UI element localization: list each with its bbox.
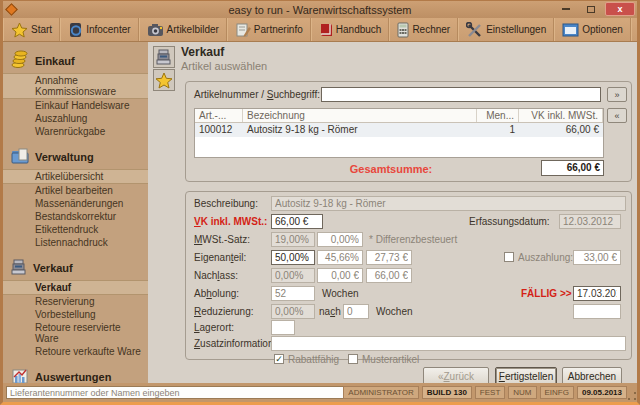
search-input[interactable]: [321, 87, 601, 102]
page-title: Verkauf: [181, 45, 224, 59]
toolbar-rechner-label: Rechner: [412, 24, 450, 35]
toolbar-rechner[interactable]: Rechner: [389, 18, 458, 41]
eigenanteil-field-2: [317, 250, 363, 265]
status-bar: Lieferantennummer oder Namen eingeben AD…: [3, 383, 637, 402]
sidebar-item-einkauf-handelsware[interactable]: Einkauf Handelsware: [3, 99, 148, 112]
nachlass-field-3: [366, 268, 412, 283]
toolbar-infocenter[interactable]: Infocenter: [60, 18, 138, 41]
total-label: Gesamtsumme:: [336, 163, 446, 175]
app-window: easy to run - Warenwirtschaftssystem x S…: [0, 0, 640, 405]
sidebar-item-retoure-reservierte-ware[interactable]: Retoure reservierte Ware: [3, 321, 148, 345]
col-vk[interactable]: VK inkl. MWSt.: [519, 109, 603, 122]
zusatzinfo-label: Zusatzinformation:: [194, 338, 276, 349]
status-num: NUM: [508, 386, 536, 399]
nachlass-field-1: [271, 268, 315, 283]
eigenanteil-input[interactable]: [271, 250, 315, 265]
sidebar-item-vorbestellung[interactable]: Vorbestellung: [3, 308, 148, 321]
toolbar-infocenter-label: Infocenter: [86, 24, 130, 35]
camera-icon: [147, 22, 164, 37]
maximize-button[interactable]: [580, 2, 602, 16]
chart-icon: [10, 367, 30, 383]
rabattfaehig-label: Rabattfähig: [288, 354, 339, 365]
musterartikel-label: Musterartikel: [362, 354, 419, 365]
nach-wochen-input[interactable]: [343, 304, 369, 319]
rabattfaehig-checkbox[interactable]: ✓: [274, 354, 284, 364]
lagerort-label: Lagerort:: [194, 322, 234, 333]
search-label: Artikelnummer / Suchbegriff:: [194, 89, 320, 100]
toolbar-artikelbilder[interactable]: Artikelbilder: [139, 18, 227, 41]
sidebar-item-retoure-verkaufte-ware[interactable]: Retoure verkaufte Ware: [3, 345, 148, 358]
sidebar-section-verkauf: Verkauf: [33, 262, 73, 274]
erfassungsdatum-field: [559, 214, 621, 229]
reduzierung-input[interactable]: [271, 304, 315, 319]
toolbar-optionen-label: Optionen: [582, 24, 623, 35]
lagerort-input[interactable]: [271, 320, 295, 335]
expand-button[interactable]: »: [607, 87, 627, 102]
cash-register-icon: [10, 258, 28, 278]
note-pencil-icon: [235, 22, 251, 37]
reduzierung-label: Reduzierung:: [194, 306, 254, 317]
collapse-button[interactable]: «: [607, 108, 627, 123]
reduzierung-unit: Wochen: [376, 306, 413, 317]
status-date: 09.05.2013: [577, 386, 627, 399]
toolbar-artikelbilder-label: Artikelbilder: [167, 24, 219, 35]
beschreibung-field: [271, 196, 626, 211]
coins-icon: [10, 50, 30, 71]
nach-label: nach: [319, 306, 341, 317]
status-hint: Lieferantennummer oder Namen eingeben: [6, 386, 394, 399]
close-button[interactable]: x: [605, 2, 635, 16]
erfassungsdatum-label: Erfassungsdatum:: [469, 216, 554, 227]
sidebar-item-auszahlung[interactable]: Auszahlung: [3, 112, 148, 125]
toolbar-start[interactable]: Start: [3, 18, 60, 41]
toolbar-service[interactable]: Service: [631, 18, 640, 41]
sidebar-item-artikel-bearbeiten[interactable]: Artikel bearbeiten: [3, 184, 148, 197]
musterartikel-checkbox[interactable]: [348, 354, 358, 364]
mwst-label: MWSt.-Satz:: [194, 234, 250, 245]
sidebar-item-listennachdruck[interactable]: Listennachdruck: [3, 236, 148, 249]
star-icon: [11, 22, 28, 38]
auszahlung-field: [573, 250, 621, 265]
table-row[interactable]: 100012 Autositz 9-18 kg - Römer 1 66,00 …: [195, 123, 603, 137]
sidebar-item-warenrueckgabe[interactable]: Warenrückgabe: [3, 125, 148, 138]
toolbar: Start Infocenter Artikelbilder Partnerin…: [3, 18, 637, 42]
abholung-input[interactable]: [271, 286, 315, 301]
tools-icon: [466, 22, 483, 38]
auszahlung-checkbox[interactable]: [504, 252, 514, 262]
toolbar-partnerinfo[interactable]: Partnerinfo: [227, 18, 311, 41]
status-user: ADMINISTRATOR: [343, 386, 418, 399]
eigenanteil-field-3: [366, 250, 412, 265]
toolbar-optionen[interactable]: Optionen: [554, 18, 631, 41]
sidebar-item-massenaenderungen[interactable]: Massenänderungen: [3, 197, 148, 210]
auszahlung-label: Auszahlung:: [518, 252, 573, 263]
mwst-field-2: [317, 232, 363, 247]
col-bezeichnung[interactable]: Bezeichnung: [243, 109, 477, 122]
page-star-icon: [153, 69, 175, 91]
resize-grip[interactable]: [627, 391, 637, 401]
sidebar-item-etikettendruck[interactable]: Etikettendruck: [3, 223, 148, 236]
sidebar-item-artikeluebersicht[interactable]: Artikelübersicht: [3, 169, 148, 184]
vk-label: VK inkl. MWSt.:: [194, 216, 267, 227]
col-artnr[interactable]: Art.-...: [195, 109, 243, 122]
toolbar-handbuch-label: Handbuch: [336, 24, 382, 35]
faellig-field: [573, 286, 621, 301]
abholung-unit: Wochen: [322, 288, 359, 299]
sidebar-item-annahme-kommissionsware[interactable]: Annahme Kommissionsware: [3, 73, 148, 99]
cell-bezeichnung: Autositz 9-18 kg - Römer: [243, 123, 477, 137]
mwst-field-1: [271, 232, 315, 247]
sidebar-item-verkauf[interactable]: Verkauf: [3, 280, 148, 295]
toolbar-einstellungen[interactable]: Einstellungen: [458, 18, 554, 41]
col-menge[interactable]: Men...: [477, 109, 519, 122]
nachlass-label: Nachlass:: [194, 270, 238, 281]
status-fest: FEST: [475, 386, 505, 399]
zusatzinfo-input[interactable]: [271, 336, 626, 351]
window-title: easy to run - Warenwirtschaftssystem: [3, 4, 637, 16]
sidebar-item-bestandskorrektur[interactable]: Bestandskorrektur: [3, 210, 148, 223]
toolbar-einstellungen-label: Einstellungen: [486, 24, 546, 35]
cell-menge: 1: [477, 123, 519, 137]
sidebar-item-reservierung[interactable]: Reservierung: [3, 295, 148, 308]
toolbar-handbuch[interactable]: Handbuch: [311, 18, 390, 41]
vk-input[interactable]: [271, 214, 323, 229]
minimize-button[interactable]: [555, 2, 577, 16]
article-table-header[interactable]: Art.-... Bezeichnung Men... VK inkl. MWS…: [195, 109, 603, 123]
empty-right-field: [573, 304, 621, 319]
